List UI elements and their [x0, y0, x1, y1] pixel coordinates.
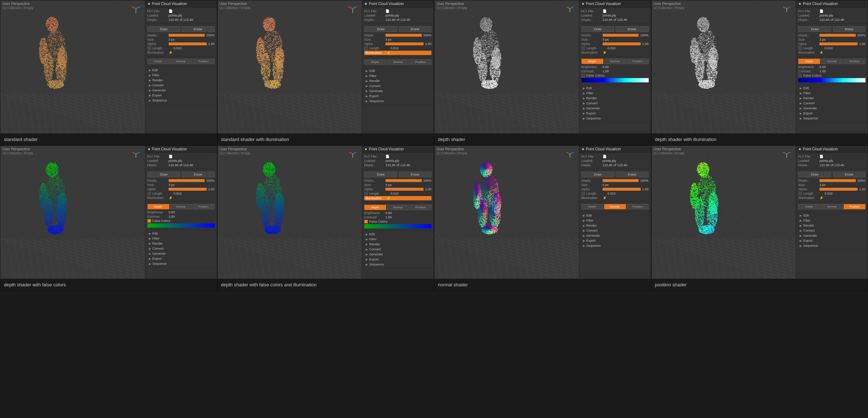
tab-depth-5[interactable]: Depth: [147, 204, 169, 209]
menu-edit-5[interactable]: ▶Edit: [147, 231, 215, 236]
draw-button-2[interactable]: Draw: [364, 26, 397, 32]
alpha-slider-1[interactable]: [169, 42, 207, 45]
length-checkbox-2[interactable]: [364, 46, 368, 50]
menu-render-7[interactable]: ▶Render: [581, 223, 649, 228]
menu-sequence-1[interactable]: ▶Sequence: [147, 98, 215, 103]
menu-export-2[interactable]: ▶Export: [364, 94, 431, 99]
tab-normal-1[interactable]: Normal: [170, 59, 192, 64]
menu-generate-2[interactable]: ▶Generate: [364, 88, 431, 94]
draw-button-8[interactable]: Draw: [798, 172, 831, 177]
tab-position-8[interactable]: Position: [844, 204, 865, 209]
menu-edit-2[interactable]: ▶Edit: [364, 68, 431, 73]
menu-render-5[interactable]: ▶Render: [147, 241, 215, 246]
menu-sequence-3[interactable]: ▶Sequence: [581, 116, 649, 121]
tab-position-4[interactable]: Position: [844, 59, 865, 64]
menu-edit-3[interactable]: ▶Edit: [581, 86, 649, 91]
erase-button-5[interactable]: Erase: [182, 172, 215, 177]
tab-normal-4[interactable]: Normal: [821, 59, 843, 64]
erase-button-3[interactable]: Erase: [616, 26, 649, 32]
menu-export-4[interactable]: ▶Export: [798, 111, 865, 116]
display-slider-2[interactable]: [385, 34, 422, 37]
draw-button-5[interactable]: Draw: [147, 172, 181, 177]
menu-generate-1[interactable]: ▶Generate: [147, 88, 215, 93]
tab-position-3[interactable]: Position: [627, 59, 649, 64]
erase-button-6[interactable]: Erase: [399, 172, 432, 177]
menu-convert-1[interactable]: ▶Convert: [147, 83, 215, 88]
menu-filter-7[interactable]: ▶Filter: [581, 218, 649, 223]
menu-export-3[interactable]: ▶Export: [581, 111, 649, 116]
menu-render-4[interactable]: ▶Render: [798, 96, 865, 101]
tab-depth-4[interactable]: Depth: [798, 59, 820, 64]
menu-sequence-8[interactable]: ▶Sequence: [798, 243, 865, 248]
menu-export-7[interactable]: ▶Export: [581, 238, 649, 243]
erase-button-2[interactable]: Erase: [399, 26, 432, 32]
tab-position-5[interactable]: Position: [193, 204, 215, 209]
menu-edit-7[interactable]: ▶Edit: [581, 213, 649, 218]
menu-sequence-2[interactable]: ▶Sequence: [364, 99, 431, 104]
menu-filter-4[interactable]: ▶Filter: [798, 91, 865, 96]
alpha-slider-2[interactable]: [385, 42, 424, 45]
menu-edit-1[interactable]: ▶Edit: [147, 68, 215, 73]
menu-generate-3[interactable]: ▶Generate: [581, 106, 649, 111]
menu-edit-4[interactable]: ▶Edit: [798, 86, 865, 91]
menu-convert-7[interactable]: ▶Convert: [581, 228, 649, 233]
display-slider-1[interactable]: [169, 34, 205, 37]
draw-button-4[interactable]: Draw: [798, 26, 831, 32]
menu-export-8[interactable]: ▶Export: [798, 238, 865, 243]
tab-normal-3[interactable]: Normal: [604, 59, 626, 64]
display-slider-3[interactable]: [603, 34, 639, 37]
menu-filter-6[interactable]: ▶Filter: [364, 237, 431, 242]
tab-depth-3[interactable]: Depth: [581, 59, 603, 64]
draw-button-7[interactable]: Draw: [581, 172, 615, 177]
draw-button-1[interactable]: Draw: [147, 26, 181, 32]
menu-sequence-7[interactable]: ▶Sequence: [581, 243, 649, 248]
tab-position-7[interactable]: Position: [627, 204, 649, 209]
tab-normal-8[interactable]: Normal: [821, 204, 843, 209]
menu-generate-7[interactable]: ▶Generate: [581, 233, 649, 238]
menu-sequence-6[interactable]: ▶Sequence: [364, 262, 431, 267]
erase-button-8[interactable]: Erase: [833, 172, 866, 177]
draw-button-3[interactable]: Draw: [581, 26, 615, 32]
tab-normal-6[interactable]: Normal: [387, 205, 409, 210]
menu-render-3[interactable]: ▶Render: [581, 96, 649, 101]
tab-depth-7[interactable]: Depth: [581, 204, 603, 209]
tab-normal-7[interactable]: Normal: [604, 204, 626, 209]
draw-button-6[interactable]: Draw: [364, 172, 397, 177]
menu-render-2[interactable]: ▶Render: [364, 78, 431, 83]
menu-convert-2[interactable]: ▶Convert: [364, 83, 431, 88]
tab-depth-8[interactable]: Depth: [798, 204, 820, 209]
menu-generate-6[interactable]: ▶Generate: [364, 252, 431, 257]
menu-export-6[interactable]: ▶Export: [364, 257, 431, 262]
false-colors-checkbox-3[interactable]: [581, 74, 585, 77]
menu-generate-8[interactable]: ▶Generate: [798, 233, 865, 238]
menu-sequence-5[interactable]: ▶Sequence: [147, 261, 215, 266]
tab-depth-6[interactable]: Depth: [364, 205, 386, 210]
tab-normal-2[interactable]: Normal: [387, 59, 409, 65]
menu-edit-8[interactable]: ▶Edit: [798, 213, 865, 218]
menu-generate-5[interactable]: ▶Generate: [147, 251, 215, 256]
menu-filter-1[interactable]: ▶Filter: [147, 73, 215, 78]
menu-render-6[interactable]: ▶Render: [364, 242, 431, 247]
menu-convert-4[interactable]: ▶Convert: [798, 101, 865, 106]
menu-filter-3[interactable]: ▶Filter: [581, 91, 649, 96]
menu-convert-3[interactable]: ▶Convert: [581, 101, 649, 106]
erase-button-7[interactable]: Erase: [616, 172, 649, 177]
tab-position-2[interactable]: Position: [410, 59, 431, 65]
tab-depth-1[interactable]: Depth: [147, 59, 169, 64]
menu-edit-6[interactable]: ▶Edit: [364, 232, 431, 237]
length-checkbox-3[interactable]: [581, 46, 585, 50]
menu-convert-8[interactable]: ▶Convert: [798, 228, 865, 233]
alpha-slider-3[interactable]: [603, 42, 641, 45]
menu-filter-8[interactable]: ▶Filter: [798, 218, 865, 223]
menu-sequence-4[interactable]: ▶Sequence: [798, 116, 865, 121]
menu-filter-2[interactable]: ▶Filter: [364, 73, 431, 78]
menu-render-1[interactable]: ▶Render: [147, 78, 215, 83]
tab-depth-2[interactable]: Depth: [364, 59, 386, 65]
menu-render-8[interactable]: ▶Render: [798, 223, 865, 228]
menu-export-1[interactable]: ▶Export: [147, 93, 215, 98]
menu-export-5[interactable]: ▶Export: [147, 256, 215, 261]
menu-filter-5[interactable]: ▶Filter: [147, 236, 215, 241]
tab-position-1[interactable]: Position: [193, 59, 215, 64]
menu-convert-5[interactable]: ▶Convert: [147, 246, 215, 251]
tab-position-6[interactable]: Position: [410, 205, 431, 210]
